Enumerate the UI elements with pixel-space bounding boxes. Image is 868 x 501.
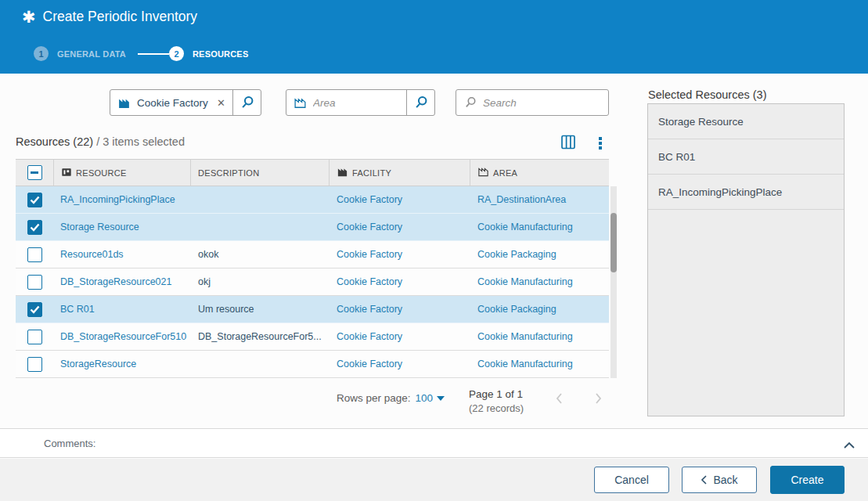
scrollbar-thumb[interactable] (610, 213, 617, 272)
factory-icon (337, 166, 348, 179)
table-row[interactable]: Resource01dsokokCookie FactoryCookie Pac… (16, 241, 609, 269)
row-checkbox[interactable] (27, 275, 42, 290)
table-row[interactable]: StorageResourceCookie FactoryCookie Manu… (16, 351, 609, 378)
chevron-up-icon[interactable] (843, 438, 855, 452)
next-page-icon[interactable] (592, 392, 603, 408)
area-filter-input[interactable]: Area (313, 97, 406, 109)
create-periodic-inventory-dialog: ✱ Create Periodic Inventory 1 GENERAL DA… (0, 0, 868, 501)
dialog-header: ✱ Create Periodic Inventory 1 GENERAL DA… (0, 0, 868, 74)
cell-area: Cookie Packaging (470, 241, 609, 268)
column-header-description[interactable]: DESCRIPTION (190, 160, 329, 186)
cell-facility: Cookie Factory (329, 241, 470, 268)
resources-count: Resources (22) (16, 135, 93, 148)
create-button[interactable]: Create (770, 466, 845, 494)
step-connector (138, 53, 169, 55)
chevron-down-icon[interactable] (437, 396, 445, 401)
table-row[interactable]: RA_IncomingPickingPlaceCookie FactoryRA_… (16, 186, 609, 214)
cell-description: okj (190, 269, 329, 295)
cell-resource[interactable]: RA_IncomingPickingPlace (53, 186, 190, 213)
cell-area: Cookie Manufacturing (470, 214, 609, 240)
column-settings-icon[interactable] (560, 135, 576, 153)
cell-resource[interactable]: Storage Resource (53, 214, 190, 240)
clear-filter-icon[interactable]: ✕ (217, 97, 225, 109)
area-search-button[interactable] (407, 90, 434, 115)
selected-resource-item[interactable]: RA_IncomingPickingPlace (648, 175, 844, 210)
resource-icon (61, 167, 72, 179)
cell-facility: Cookie Factory (329, 351, 470, 377)
row-checkbox[interactable] (27, 220, 42, 235)
facility-search-button[interactable] (233, 90, 261, 115)
comments-label: Comments: (44, 438, 95, 449)
column-header-area[interactable]: AREA (470, 160, 609, 186)
row-checkbox[interactable] (27, 247, 42, 262)
cell-facility: Cookie Factory (329, 269, 470, 295)
cell-facility: Cookie Factory (329, 323, 470, 350)
row-checkbox[interactable] (27, 193, 42, 207)
asterisk-icon: ✱ (22, 9, 36, 25)
table-header-row: RESOURCE DESCRIPTION FACILITY AREA (16, 159, 609, 186)
cell-facility: Cookie Factory (329, 186, 470, 213)
facility-filter[interactable]: Cookie Factory ✕ (110, 89, 261, 116)
wizard-steps: 1 GENERAL DATA 2 RESOURCES (34, 46, 248, 61)
column-header-facility[interactable]: FACILITY (329, 160, 470, 186)
step-resources[interactable]: 2 RESOURCES (169, 46, 248, 61)
select-all-checkbox[interactable] (27, 165, 42, 180)
factory-outline-icon (477, 166, 489, 179)
cell-area: Cookie Manufacturing (470, 351, 609, 377)
cell-area: RA_DestinationArea (470, 186, 609, 213)
table-row[interactable]: DB_StorageResource021okjCookie FactoryCo… (16, 269, 609, 296)
rows-per-page[interactable]: Rows per page: 100 (337, 392, 445, 404)
page-title: Create Periodic Inventory (43, 9, 197, 25)
cell-description (190, 214, 329, 240)
comments-bar: Comments: (0, 428, 868, 458)
column-header-resource[interactable]: RESOURCE (53, 160, 190, 186)
selected-resource-item[interactable]: Storage Resource (648, 104, 844, 139)
table-title: Resources (22) / 3 items selected (16, 135, 185, 148)
cell-area: Cookie Manufacturing (470, 323, 609, 350)
selected-resource-item[interactable]: BC R01 (648, 139, 844, 175)
table-row[interactable]: Storage ResourceCookie FactoryCookie Man… (16, 214, 609, 241)
facility-filter-value: Cookie Factory (137, 97, 217, 109)
cell-description (190, 351, 329, 377)
cell-area: Cookie Packaging (470, 296, 609, 323)
cell-resource[interactable]: StorageResource (53, 351, 190, 377)
rows-per-page-value[interactable]: 100 (416, 392, 434, 404)
items-selected-label: / 3 items selected (96, 135, 185, 148)
factory-outline-icon (294, 96, 307, 110)
area-filter[interactable]: Area (286, 89, 435, 116)
records-label: (22 records) (469, 402, 524, 416)
table-scrollbar[interactable] (610, 186, 617, 378)
page-label: Page 1 of 1 (469, 387, 524, 402)
cell-resource[interactable]: BC R01 (53, 296, 190, 323)
dialog-footer: Cancel Back Create (0, 459, 868, 501)
row-checkbox[interactable] (27, 357, 42, 372)
cell-description: DB_StorageResourceFor5... (190, 323, 329, 350)
cell-resource[interactable]: DB_StorageResourceFor510 (53, 323, 190, 350)
cell-description: Um resource (190, 296, 329, 323)
factory-icon (117, 96, 131, 110)
table-row[interactable]: DB_StorageResourceFor510DB_StorageResour… (16, 323, 609, 351)
page-info: Page 1 of 1 (22 records) (469, 387, 524, 416)
cell-description (190, 186, 329, 213)
back-button[interactable]: Back (682, 467, 757, 493)
cell-area: Cookie Manufacturing (470, 269, 609, 295)
selected-resources-title: Selected Resources (3) (648, 88, 767, 101)
selected-resources-panel: Storage ResourceBC R01RA_IncomingPicking… (647, 103, 845, 416)
kebab-menu-icon[interactable] (597, 135, 603, 151)
cell-facility: Cookie Factory (329, 214, 470, 240)
row-checkbox[interactable] (27, 302, 42, 317)
search-filter[interactable]: Search (456, 89, 609, 116)
cancel-button[interactable]: Cancel (594, 467, 669, 493)
table-row[interactable]: BC R01Um resourceCookie FactoryCookie Pa… (16, 296, 609, 323)
chevron-left-icon (701, 475, 708, 485)
resources-table: RESOURCE DESCRIPTION FACILITY AREA RA_In… (16, 159, 609, 378)
cell-facility: Cookie Factory (329, 296, 470, 323)
magnifier-icon (464, 96, 477, 109)
previous-page-icon[interactable] (554, 392, 565, 408)
step-general-data[interactable]: 1 GENERAL DATA (34, 46, 126, 61)
row-checkbox[interactable] (27, 330, 42, 344)
search-input[interactable]: Search (483, 97, 608, 109)
cell-description: okok (190, 241, 329, 268)
cell-resource[interactable]: Resource01ds (53, 241, 190, 268)
cell-resource[interactable]: DB_StorageResource021 (53, 269, 190, 295)
